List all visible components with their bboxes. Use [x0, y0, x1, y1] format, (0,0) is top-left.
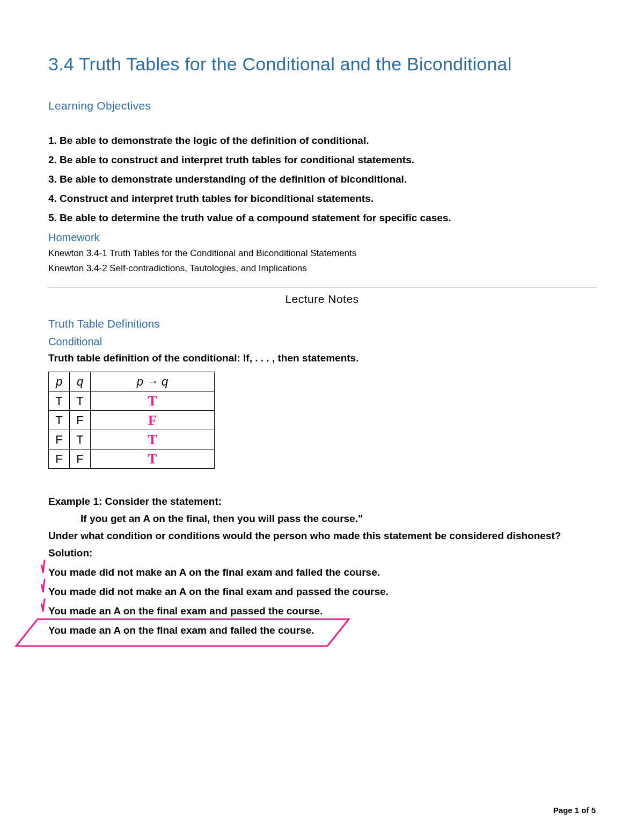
- homework-heading: Homework: [48, 231, 596, 244]
- truth-table-row: T T T: [49, 391, 215, 411]
- cell-p: T: [49, 391, 70, 411]
- lecture-notes-heading: Lecture Notes: [48, 293, 596, 306]
- truth-table-definitions-heading: Truth Table Definitions: [48, 317, 596, 330]
- example-intro: Example 1: Consider the statement:: [48, 496, 596, 507]
- cell-p: F: [49, 430, 70, 449]
- example-label: Example 1:: [48, 496, 102, 507]
- cell-p: F: [49, 449, 70, 469]
- example-statement: If you get an A on the final, then you w…: [80, 513, 596, 525]
- solution-option-text: You made did not make an A on the final …: [48, 586, 389, 597]
- truth-table-row: F T T: [49, 430, 215, 449]
- header-result-text: p → q: [137, 375, 169, 388]
- solution-option-text: You made did not make an A on the final …: [48, 567, 380, 578]
- objective-item: 2. Be able to construct and interpret tr…: [48, 154, 596, 166]
- checkmark-icon: [40, 578, 53, 594]
- solution-option: You made did not make an A on the final …: [48, 567, 596, 578]
- objective-item: 3. Be able to demonstrate understanding …: [48, 173, 596, 185]
- example-question: Under what condition or conditions would…: [48, 530, 596, 542]
- learning-objectives-heading: Learning Objectives: [48, 99, 596, 112]
- horizontal-rule: [48, 287, 596, 287]
- solution-option: You made an A on the final exam and pass…: [48, 605, 596, 617]
- solution-option: You made did not make an A on the final …: [48, 586, 596, 598]
- cell-result: T: [91, 391, 215, 411]
- objective-item: 1. Be able to demonstrate the logic of t…: [48, 135, 596, 147]
- checkmark-icon: [40, 559, 53, 575]
- solution-options: You made did not make an A on the final …: [48, 567, 596, 636]
- solution-option-text: You made an A on the final exam and pass…: [48, 605, 323, 617]
- handwritten-annotation: F: [148, 412, 157, 428]
- conditional-definition: Truth table definition of the conditiona…: [48, 352, 596, 364]
- section-title: 3.4 Truth Tables for the Conditional and…: [48, 54, 596, 75]
- truth-table-row: T F F: [49, 411, 215, 430]
- header-result: p → q: [91, 372, 215, 391]
- header-q: q: [70, 372, 91, 391]
- solution-boxed-text: You made an A on the final exam and fail…: [48, 625, 314, 636]
- truth-table-row: F F T: [49, 449, 215, 469]
- cell-result: T: [91, 449, 215, 469]
- cell-p: T: [49, 411, 70, 430]
- solution-label: Solution:: [48, 547, 596, 559]
- conditional-heading: Conditional: [48, 336, 596, 348]
- header-p: p: [49, 372, 70, 391]
- solution-boxed-option: You made an A on the final exam and fail…: [48, 625, 596, 636]
- objective-item: 5. Be able to determine the truth value …: [48, 212, 596, 224]
- objective-item: 4. Construct and interpret truth tables …: [48, 193, 596, 205]
- cell-result: F: [91, 411, 215, 430]
- cell-q: F: [70, 449, 91, 469]
- handwritten-annotation: T: [148, 393, 157, 409]
- cell-result: T: [91, 430, 215, 449]
- handwritten-annotation: T: [148, 432, 157, 447]
- example-intro-text: Consider the statement:: [102, 496, 222, 507]
- document-page: 3.4 Truth Tables for the Conditional and…: [0, 0, 644, 834]
- page-footer: Page 1 of 5: [553, 806, 596, 815]
- checkmark-icon: [40, 598, 53, 614]
- truth-table: p q p → q T T T T F F F T T F F T: [48, 372, 215, 469]
- homework-item: Knewton 3.4-2 Self-contradictions, Tauto…: [48, 263, 596, 274]
- cell-q: T: [70, 391, 91, 411]
- cell-q: T: [70, 430, 91, 449]
- homework-item: Knewton 3.4-1 Truth Tables for the Condi…: [48, 248, 596, 259]
- truth-table-header-row: p q p → q: [49, 372, 215, 391]
- handwritten-annotation: T: [148, 451, 157, 467]
- cell-q: F: [70, 411, 91, 430]
